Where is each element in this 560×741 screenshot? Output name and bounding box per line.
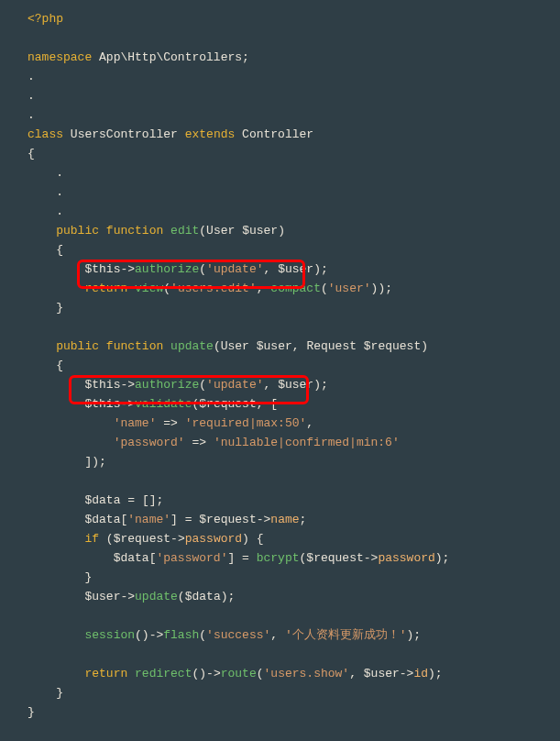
semi: ; [228,590,236,603]
prop-password: password [185,532,242,546]
fat-arrow: => [163,416,178,430]
var-request: $request [364,339,421,353]
call-redirect: redirect [135,667,192,680]
paren: ) [313,378,321,392]
var-request: $request [306,551,363,565]
arrow: -> [149,628,164,642]
paren: ( [106,532,114,546]
comma: , [257,397,264,411]
call-route: route [221,667,257,680]
prop-password: password [378,551,434,565]
str-name-key: 'name' [127,513,170,526]
fn-edit: edit [170,224,199,238]
paren: ) [435,551,443,565]
eq: = [185,513,192,526]
kw-public: public [56,339,99,353]
str-name-key: 'name' [114,416,157,430]
bracket: ] [170,513,178,526]
type-user: User [206,224,235,238]
str-success: 'success' [206,628,270,642]
brace: { [27,147,35,160]
brace: } [27,705,35,719]
parent-class: Controller [242,127,313,141]
str-success-msg: '个人资料更新成功！' [285,628,407,642]
kw-public: public [56,224,99,238]
brace: { [257,532,264,546]
fat-arrow: => [192,436,206,449]
kw-extends: extends [185,127,236,141]
namespace-path: App\Http\Controllers [99,50,242,64]
brace: } [56,686,63,700]
var-data: $data [84,513,120,526]
var-user: $user [84,590,120,603]
paren: ( [257,667,264,680]
kw-function: function [106,224,163,238]
str-users-edit: 'users.edit' [170,282,257,295]
ellipsis-dot: . [27,89,35,103]
call-update: update [135,590,178,603]
kw-if: if [84,532,99,546]
arrow: -> [257,513,271,526]
var-request: $request [199,397,256,411]
paren: ) [313,262,321,276]
prop-id: id [413,667,428,680]
paren: ( [199,378,206,392]
semi: ; [242,50,249,64]
comma: , [270,628,278,642]
semi: ; [413,628,421,642]
paren: ( [214,339,221,353]
paren: ( [199,262,206,276]
str-password-key: 'password' [114,436,185,449]
str-name-rule: 'required|max:50' [185,416,307,430]
paren: ) [242,532,249,546]
str-password-key: 'password' [156,551,227,565]
call-flash: flash [163,628,199,642]
brace: } [84,570,92,584]
class-name: UsersController [71,127,178,141]
paren: ( [199,224,206,238]
arrow: -> [170,532,185,546]
prop-name: name [270,513,299,526]
call-session: session [84,628,135,642]
ellipsis-dot: . [56,185,63,199]
bracket: [ [270,397,278,411]
semi: ; [156,493,163,507]
var-user: $user [364,667,400,680]
type-user: User [221,339,249,353]
call-view: view [135,282,163,295]
kw-return: return [84,282,127,295]
semi: ; [321,378,328,392]
ellipsis-dot: . [27,70,35,83]
call-authorize: authorize [135,378,199,392]
paren: ( [135,628,142,642]
paren: ( [163,282,170,295]
code-block: <?php namespace App\Http\Controllers; . … [0,0,560,731]
brace: { [56,359,63,372]
arrow: -> [206,667,221,680]
comma: , [264,378,271,392]
call-compact: compact [270,282,321,295]
semi: ; [321,262,328,276]
var-request: $request [114,532,170,546]
comma: , [257,282,264,295]
eq: = [127,493,135,507]
var-this: $this [84,262,120,276]
kw-return: return [84,667,127,680]
var-user: $user [278,262,313,276]
kw-namespace: namespace [27,50,92,64]
var-data: $data [185,590,221,603]
brace: } [56,301,63,315]
var-data: $data [84,493,120,507]
var-user: $user [242,224,278,238]
arrow: -> [120,262,135,276]
paren: ) [92,455,99,469]
semi: ; [99,455,106,469]
paren: ) [428,667,435,680]
kw-class: class [27,127,63,141]
var-user: $user [257,339,292,353]
empty-array: [] [142,493,157,507]
kw-function: function [106,339,163,353]
arrow: -> [120,378,135,392]
str-users-show: 'users.show' [264,667,350,680]
var-this: $this [84,397,120,411]
